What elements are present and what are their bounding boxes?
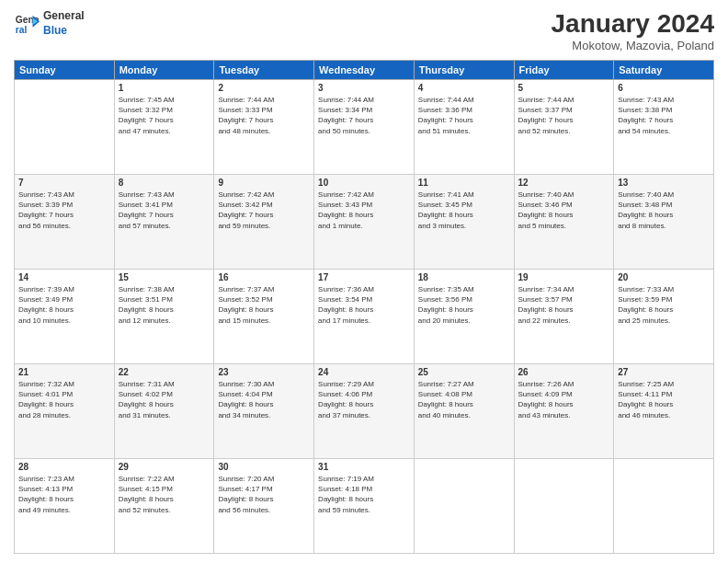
day-info: Sunrise: 7:27 AM Sunset: 4:08 PM Dayligh… bbox=[418, 379, 510, 420]
calendar-cell bbox=[15, 80, 115, 175]
calendar-week-row: 14Sunrise: 7:39 AM Sunset: 3:49 PM Dayli… bbox=[15, 270, 714, 364]
day-number: 8 bbox=[119, 178, 210, 188]
calendar-week-row: 7Sunrise: 7:43 AM Sunset: 3:39 PM Daylig… bbox=[15, 175, 714, 270]
day-info: Sunrise: 7:23 AM Sunset: 4:13 PM Dayligh… bbox=[18, 474, 110, 515]
calendar-cell: 16Sunrise: 7:37 AM Sunset: 3:52 PM Dayli… bbox=[214, 270, 314, 364]
day-info: Sunrise: 7:31 AM Sunset: 4:02 PM Dayligh… bbox=[119, 379, 210, 420]
day-info: Sunrise: 7:45 AM Sunset: 3:32 PM Dayligh… bbox=[119, 95, 210, 136]
day-number: 15 bbox=[119, 272, 210, 282]
calendar-week-row: 21Sunrise: 7:32 AM Sunset: 4:01 PM Dayli… bbox=[15, 364, 714, 459]
day-number: 23 bbox=[218, 367, 310, 377]
day-number: 10 bbox=[318, 178, 410, 188]
day-number: 27 bbox=[618, 367, 710, 377]
calendar-cell: 27Sunrise: 7:25 AM Sunset: 4:11 PM Dayli… bbox=[614, 364, 714, 459]
calendar-cell: 26Sunrise: 7:26 AM Sunset: 4:09 PM Dayli… bbox=[514, 364, 614, 459]
day-number: 16 bbox=[218, 272, 310, 282]
day-info: Sunrise: 7:37 AM Sunset: 3:52 PM Dayligh… bbox=[218, 284, 310, 326]
calendar-cell bbox=[514, 459, 614, 554]
day-info: Sunrise: 7:38 AM Sunset: 3:51 PM Dayligh… bbox=[119, 284, 210, 326]
day-number: 24 bbox=[318, 367, 410, 377]
weekday-header: Tuesday bbox=[214, 61, 314, 80]
calendar-cell: 30Sunrise: 7:20 AM Sunset: 4:17 PM Dayli… bbox=[214, 459, 314, 554]
calendar-cell: 28Sunrise: 7:23 AM Sunset: 4:13 PM Dayli… bbox=[15, 459, 115, 554]
day-info: Sunrise: 7:44 AM Sunset: 3:34 PM Dayligh… bbox=[318, 95, 410, 136]
header: Gene ral General Blue January 2024 Mokot… bbox=[14, 9, 714, 52]
calendar-cell: 6Sunrise: 7:43 AM Sunset: 3:38 PM Daylig… bbox=[614, 80, 714, 175]
day-number: 3 bbox=[318, 83, 410, 93]
day-number: 29 bbox=[119, 462, 210, 472]
calendar-cell: 19Sunrise: 7:34 AM Sunset: 3:57 PM Dayli… bbox=[514, 270, 614, 364]
calendar-cell: 13Sunrise: 7:40 AM Sunset: 3:48 PM Dayli… bbox=[614, 175, 714, 270]
day-info: Sunrise: 7:25 AM Sunset: 4:11 PM Dayligh… bbox=[618, 379, 710, 420]
day-number: 28 bbox=[18, 462, 110, 472]
calendar-cell: 29Sunrise: 7:22 AM Sunset: 4:15 PM Dayli… bbox=[114, 459, 214, 554]
day-number: 30 bbox=[218, 462, 310, 472]
day-info: Sunrise: 7:42 AM Sunset: 3:43 PM Dayligh… bbox=[318, 190, 410, 231]
day-number: 13 bbox=[618, 178, 710, 188]
day-info: Sunrise: 7:40 AM Sunset: 3:46 PM Dayligh… bbox=[518, 190, 610, 231]
day-info: Sunrise: 7:36 AM Sunset: 3:54 PM Dayligh… bbox=[318, 284, 410, 326]
calendar-week-row: 28Sunrise: 7:23 AM Sunset: 4:13 PM Dayli… bbox=[15, 459, 714, 554]
calendar-cell: 20Sunrise: 7:33 AM Sunset: 3:59 PM Dayli… bbox=[614, 270, 714, 364]
calendar-cell: 17Sunrise: 7:36 AM Sunset: 3:54 PM Dayli… bbox=[314, 270, 415, 364]
calendar-cell: 23Sunrise: 7:30 AM Sunset: 4:04 PM Dayli… bbox=[214, 364, 314, 459]
title-block: January 2024 Mokotow, Mazovia, Poland bbox=[552, 9, 714, 52]
day-number: 31 bbox=[318, 462, 410, 472]
day-number: 6 bbox=[618, 83, 710, 93]
calendar-cell: 18Sunrise: 7:35 AM Sunset: 3:56 PM Dayli… bbox=[414, 270, 514, 364]
day-info: Sunrise: 7:43 AM Sunset: 3:39 PM Dayligh… bbox=[18, 190, 110, 231]
calendar-cell: 21Sunrise: 7:32 AM Sunset: 4:01 PM Dayli… bbox=[15, 364, 115, 459]
calendar-cell: 3Sunrise: 7:44 AM Sunset: 3:34 PM Daylig… bbox=[314, 80, 415, 175]
day-number: 14 bbox=[18, 272, 110, 282]
page: Gene ral General Blue January 2024 Mokot… bbox=[0, 0, 728, 563]
calendar-table: SundayMondayTuesdayWednesdayThursdayFrid… bbox=[14, 60, 714, 554]
day-number: 2 bbox=[218, 83, 310, 93]
calendar-cell bbox=[414, 459, 514, 554]
day-number: 11 bbox=[418, 178, 510, 188]
calendar-cell: 2Sunrise: 7:44 AM Sunset: 3:33 PM Daylig… bbox=[214, 80, 314, 175]
day-number: 12 bbox=[518, 178, 610, 188]
calendar-cell: 14Sunrise: 7:39 AM Sunset: 3:49 PM Dayli… bbox=[15, 270, 115, 364]
day-info: Sunrise: 7:19 AM Sunset: 4:18 PM Dayligh… bbox=[318, 474, 410, 515]
calendar-cell: 22Sunrise: 7:31 AM Sunset: 4:02 PM Dayli… bbox=[114, 364, 214, 459]
day-number: 1 bbox=[119, 83, 210, 93]
day-info: Sunrise: 7:44 AM Sunset: 3:36 PM Dayligh… bbox=[418, 95, 510, 136]
location-subtitle: Mokotow, Mazovia, Poland bbox=[552, 39, 714, 52]
calendar-cell: 31Sunrise: 7:19 AM Sunset: 4:18 PM Dayli… bbox=[314, 459, 415, 554]
day-number: 5 bbox=[518, 83, 610, 93]
day-info: Sunrise: 7:44 AM Sunset: 3:37 PM Dayligh… bbox=[518, 95, 610, 136]
day-number: 25 bbox=[418, 367, 510, 377]
calendar-cell: 4Sunrise: 7:44 AM Sunset: 3:36 PM Daylig… bbox=[414, 80, 514, 175]
calendar-cell: 24Sunrise: 7:29 AM Sunset: 4:06 PM Dayli… bbox=[314, 364, 415, 459]
day-info: Sunrise: 7:33 AM Sunset: 3:59 PM Dayligh… bbox=[618, 284, 710, 326]
calendar-cell: 9Sunrise: 7:42 AM Sunset: 3:42 PM Daylig… bbox=[214, 175, 314, 270]
day-info: Sunrise: 7:43 AM Sunset: 3:41 PM Dayligh… bbox=[119, 190, 210, 231]
calendar-week-row: 1Sunrise: 7:45 AM Sunset: 3:32 PM Daylig… bbox=[15, 80, 714, 175]
logo-line2: Blue bbox=[43, 24, 85, 39]
calendar-header-row: SundayMondayTuesdayWednesdayThursdayFrid… bbox=[15, 61, 714, 80]
calendar-cell: 12Sunrise: 7:40 AM Sunset: 3:46 PM Dayli… bbox=[514, 175, 614, 270]
weekday-header: Saturday bbox=[614, 61, 714, 80]
day-info: Sunrise: 7:42 AM Sunset: 3:42 PM Dayligh… bbox=[218, 190, 310, 231]
logo-line1: General bbox=[43, 9, 85, 24]
day-number: 26 bbox=[518, 367, 610, 377]
calendar-cell: 11Sunrise: 7:41 AM Sunset: 3:45 PM Dayli… bbox=[414, 175, 514, 270]
calendar-cell: 25Sunrise: 7:27 AM Sunset: 4:08 PM Dayli… bbox=[414, 364, 514, 459]
day-number: 7 bbox=[18, 178, 110, 188]
day-info: Sunrise: 7:39 AM Sunset: 3:49 PM Dayligh… bbox=[18, 284, 110, 326]
day-info: Sunrise: 7:30 AM Sunset: 4:04 PM Dayligh… bbox=[218, 379, 310, 420]
weekday-header: Monday bbox=[114, 61, 214, 80]
day-info: Sunrise: 7:20 AM Sunset: 4:17 PM Dayligh… bbox=[218, 474, 310, 515]
day-number: 21 bbox=[18, 367, 110, 377]
calendar-cell: 8Sunrise: 7:43 AM Sunset: 3:41 PM Daylig… bbox=[114, 175, 214, 270]
calendar-cell: 15Sunrise: 7:38 AM Sunset: 3:51 PM Dayli… bbox=[114, 270, 214, 364]
calendar-cell bbox=[614, 459, 714, 554]
day-number: 17 bbox=[318, 272, 410, 282]
weekday-header: Sunday bbox=[15, 61, 115, 80]
day-number: 9 bbox=[218, 178, 310, 188]
calendar-cell: 10Sunrise: 7:42 AM Sunset: 3:43 PM Dayli… bbox=[314, 175, 415, 270]
calendar-cell: 1Sunrise: 7:45 AM Sunset: 3:32 PM Daylig… bbox=[114, 80, 214, 175]
weekday-header: Thursday bbox=[414, 61, 514, 80]
calendar-cell: 7Sunrise: 7:43 AM Sunset: 3:39 PM Daylig… bbox=[15, 175, 115, 270]
day-info: Sunrise: 7:34 AM Sunset: 3:57 PM Dayligh… bbox=[518, 284, 610, 326]
